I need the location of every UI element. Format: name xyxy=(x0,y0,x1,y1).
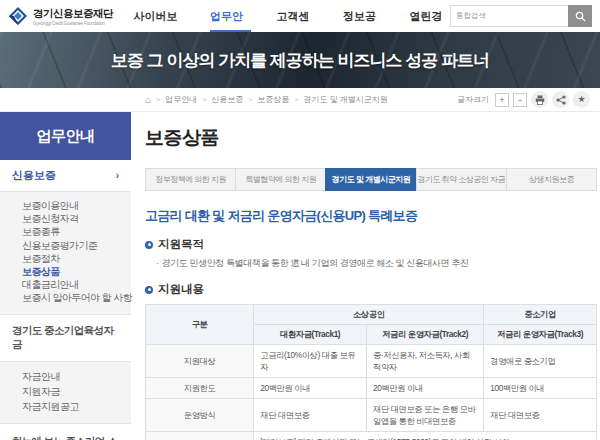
breadcrumb-item-current[interactable]: 경기도 및 개별시군지원 xyxy=(303,94,387,105)
cell-method-track2: 재단 대면보증 또는 은행 모바일앱을 통한 비대면보증 xyxy=(366,399,483,432)
logo-subtitle: Gyeonggi Credit Guarantee Foundation xyxy=(33,21,113,26)
tab-vulnerable-small-business[interactable]: 경기도 취약 소상공인 자금 xyxy=(416,168,507,191)
sidebar-item-sme-fund[interactable]: 경기도 중소기업육성자금 xyxy=(0,315,131,362)
home-icon[interactable]: ⌂ xyxy=(145,95,151,105)
logo-title: 경기신용보증재단 xyxy=(33,7,113,21)
print-button[interactable] xyxy=(531,91,548,108)
section-purpose: 지원목적 xyxy=(145,237,597,252)
cell-method-track3: 재단 대면보증 xyxy=(484,399,597,432)
sidebar-item-fund-notice[interactable]: 자금지원공고 xyxy=(22,399,123,414)
cell-target-track1: 고금리(10%이상) 대출 보유자 xyxy=(254,345,367,378)
product-heading: 고금리 대환 및 저금리 운영자금(신용UP) 특례보증 xyxy=(145,207,597,225)
table-row: 지원대상 고금리(10%이상) 대출 보유자 중·저신용자, 저소득자, 사회적… xyxy=(146,345,597,378)
row-label-method: 운영방식 xyxy=(146,399,254,432)
cell-target-track3: 경영애로 중소기업 xyxy=(484,345,597,378)
sidebar: 업무안내 신용보증 › 보증이용안내 보증신청자격 보증종류 신용보증평가기준 … xyxy=(0,112,131,440)
breadcrumb-item-credit-guarantee[interactable]: 신용보증 xyxy=(211,94,243,105)
apply-line-1: [대면보증] 재단 홈페이지 또는 콜센터(1577-5900)를 통한 예약 … xyxy=(260,436,590,440)
nav-customer-center[interactable]: 고객센터 xyxy=(277,0,317,32)
tab-government-policy[interactable]: 정부정책에 의한 지원 xyxy=(145,168,236,191)
col-header-track2: 저금리 운영자금(Track2) xyxy=(366,325,483,345)
col-group-sme: 중소기업 xyxy=(484,305,597,325)
cell-limit-track2: 20백만원 이내 xyxy=(366,378,483,399)
section-purpose-title: 지원목적 xyxy=(158,237,204,252)
col-header-gubun: 구분 xyxy=(146,305,254,345)
font-size-label: 글자크기 xyxy=(457,94,489,105)
font-size-decrease-button[interactable]: − xyxy=(513,93,527,107)
nav-info-disclosure[interactable]: 정보공개 xyxy=(343,0,383,32)
page-title: 보증상품 xyxy=(145,125,597,151)
bullet-dot-icon xyxy=(145,286,153,294)
sidebar-item-guarantee-types[interactable]: 보증종류 xyxy=(22,225,123,238)
tab-bar: 정부정책에 의한 지원 특별협약에 의한 지원 경기도 및 개별시군지원 경기도… xyxy=(145,168,597,191)
cell-limit-track1: 20백만원 이내 xyxy=(254,378,367,399)
row-label-limit: 지원한도 xyxy=(146,378,254,399)
sidebar-item-things-to-know[interactable]: 보증시 알아두어야 할 사항 xyxy=(22,291,123,304)
sidebar-title: 업무안내 xyxy=(0,112,131,160)
col-header-track1: 대환자금(Track1) xyxy=(254,325,367,345)
star-icon: ★ xyxy=(577,95,585,104)
section-detail-title: 지원내용 xyxy=(158,282,204,297)
sidebar-submenu-fund: 자금안내 지원자금 자금지원공고 xyxy=(0,362,131,424)
sidebar-item-label: 신용보증 xyxy=(12,168,56,183)
support-detail-table: 구분 소상공인 중소기업 대환자금(Track1) 저금리 운영자금(Track… xyxy=(145,304,597,440)
breadcrumb-item-business-guide[interactable]: 업무안내 xyxy=(165,94,197,105)
nav-open-management[interactable]: 열린경영 xyxy=(410,0,450,32)
bullet-dot-icon xyxy=(145,241,153,249)
breadcrumb-item-guarantee-products[interactable]: 보증상품 xyxy=(257,94,289,105)
breadcrumb: ⌂ > 업무안내 > 신용보증 > 보증상품 > 경기도 및 개별시군지원 xyxy=(145,94,388,105)
sidebar-item-guarantee-products[interactable]: 보증상품 xyxy=(22,265,123,278)
search-icon xyxy=(575,11,586,22)
cell-target-track2: 중·저신용자, 저소득자, 사회적약자 xyxy=(366,345,483,378)
breadcrumb-bar: ⌂ > 업무안내 > 신용보증 > 보증상품 > 경기도 및 개별시군지원 글자… xyxy=(0,88,600,112)
sidebar-item-support-fund[interactable]: 지원자금 xyxy=(22,384,123,399)
row-label-target: 지원대상 xyxy=(146,345,254,378)
breadcrumb-separator: > xyxy=(156,96,160,103)
nav-cyber-guarantee[interactable]: 사이버보증 xyxy=(133,0,184,32)
tab-gyeonggi-city-support[interactable]: 경기도 및 개별시군지원 xyxy=(325,168,416,191)
page-tools: 글자크기 + − ★ xyxy=(457,91,590,108)
sidebar-item-guarantee-usage[interactable]: 보증이용안내 xyxy=(22,199,123,212)
share-icon xyxy=(556,95,566,105)
sidebar-item-application-eligibility[interactable]: 보증신청자격 xyxy=(22,212,123,225)
sidebar-item-fund-guide[interactable]: 자금안내 xyxy=(22,369,123,384)
col-group-small-business: 소상공인 xyxy=(254,305,484,325)
font-size-increase-button[interactable]: + xyxy=(495,93,509,107)
logo-icon xyxy=(8,6,28,26)
breadcrumb-separator: > xyxy=(248,96,252,103)
col-header-track3: 저금리 운영자금(Track3) xyxy=(484,325,597,345)
search-box: 통합검색 xyxy=(450,5,592,27)
table-row: 운영방식 재단 대면보증 재단 대면보증 또는 은행 모바일앱을 통한 비대면보… xyxy=(146,399,597,432)
search-button[interactable] xyxy=(568,5,592,27)
sidebar-submenu-credit: 보증이용안내 보증신청자격 보증종류 신용보증평가기준 보증절차 보증상품 대출… xyxy=(0,192,131,315)
search-input[interactable] xyxy=(491,7,568,25)
search-label: 통합검색 xyxy=(451,11,491,21)
breadcrumb-separator: > xyxy=(294,96,298,103)
nav-business-guide[interactable]: 업무안내 xyxy=(210,0,250,32)
sidebar-item-evaluation-criteria[interactable]: 신용보증평가기준 xyxy=(22,239,123,252)
print-icon xyxy=(535,95,545,105)
chevron-right-icon: › xyxy=(116,170,119,181)
logo[interactable]: 경기신용보증재단 Gyeonggi Credit Guarantee Found… xyxy=(8,6,119,26)
top-nav: 사이버보증 업무안내 고객센터 정보공개 열린경영 xyxy=(133,0,450,32)
hero-slogan: 보증 그 이상의 가치를 제공하는 비즈니스 성공 파트너 xyxy=(111,49,489,72)
table-row: 지원한도 20백만원 이내 20백만원 이내 100백만원 이내 xyxy=(146,378,597,399)
sidebar-item-credit-guarantee[interactable]: 신용보증 › xyxy=(0,160,131,192)
table-header-row: 구분 소상공인 중소기업 xyxy=(146,305,597,325)
main-content: 보증상품 정부정책에 의한 지원 특별협약에 의한 지원 경기도 및 개별시군지… xyxy=(145,112,597,440)
share-button[interactable] xyxy=(552,91,569,108)
sidebar-item-guarantee-process[interactable]: 보증절차 xyxy=(22,252,123,265)
breadcrumb-separator: > xyxy=(202,96,206,103)
page: 경기신용보증재단 Gyeonggi Credit Guarantee Found… xyxy=(0,0,600,440)
cell-limit-track3: 100백만원 이내 xyxy=(484,378,597,399)
sidebar-item-policy-at-a-glance[interactable]: 한눈에 보는 중소기업·소상공인 지원정책 xyxy=(0,424,131,440)
section-detail: 지원내용 xyxy=(145,282,597,297)
cell-apply: [대면보증] 재단 홈페이지 또는 콜센터(1577-5900)를 통한 예약 … xyxy=(254,432,597,440)
cell-method-track1: 재단 대면보증 xyxy=(254,399,367,432)
tab-special-agreement[interactable]: 특별협약에 의한 지원 xyxy=(235,168,326,191)
purpose-bullet: 경기도 민생안정 특별대책을 통한 道 내 기업의 경영애로 해소 및 신용대사… xyxy=(156,257,597,270)
bookmark-button[interactable]: ★ xyxy=(573,91,590,108)
row-label-apply: 신청방법 xyxy=(146,432,254,440)
tab-sangsaeng-guarantee[interactable]: 상생지원보증 xyxy=(506,168,597,191)
sidebar-item-loan-rates[interactable]: 대출금리안내 xyxy=(22,278,123,291)
